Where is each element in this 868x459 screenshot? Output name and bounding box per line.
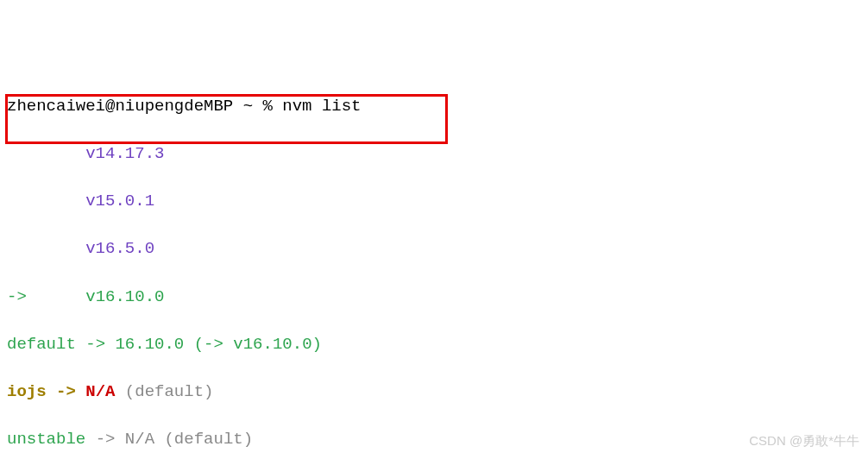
- version-item: v14.17.3: [85, 144, 164, 163]
- alias-resolved: v16.10.0: [233, 335, 311, 354]
- version-line: v15.0.1: [0, 190, 868, 214]
- prompt-symbol: %: [262, 97, 272, 116]
- version-line: v16.5.0: [0, 237, 868, 261]
- version-line: v14.17.3: [0, 142, 868, 167]
- current-version: v16.10.0: [85, 287, 164, 306]
- prompt-user: zhencaiwei@niupengdeMBP: [7, 97, 233, 116]
- alias-target: N/A: [125, 430, 154, 449]
- alias-name: iojs: [7, 382, 47, 401]
- version-item: v15.0.1: [85, 192, 154, 211]
- prompt-path: ~: [243, 97, 253, 116]
- current-version-line: -> v16.10.0: [0, 286, 868, 310]
- alias-target: 16.10.0: [115, 335, 184, 354]
- alias-default: default -> 16.10.0 (-> v16.10.0): [0, 333, 868, 357]
- alias-name: unstable: [7, 430, 85, 449]
- alias-target: N/A: [85, 382, 115, 401]
- alias-unstable: unstable -> N/A (default): [0, 428, 868, 452]
- alias-note: (default): [164, 430, 253, 449]
- alias-note: (default): [125, 382, 214, 401]
- version-item: v16.5.0: [85, 239, 154, 258]
- watermark: CSDN @勇敢*牛牛: [749, 431, 859, 450]
- alias-name: default: [7, 335, 76, 354]
- prompt-line: zhencaiwei@niupengdeMBP ~ % nvm list: [0, 95, 868, 119]
- alias-iojs: iojs -> N/A (default): [0, 380, 868, 405]
- command-text[interactable]: nvm list: [282, 97, 361, 116]
- current-arrow: ->: [7, 287, 27, 306]
